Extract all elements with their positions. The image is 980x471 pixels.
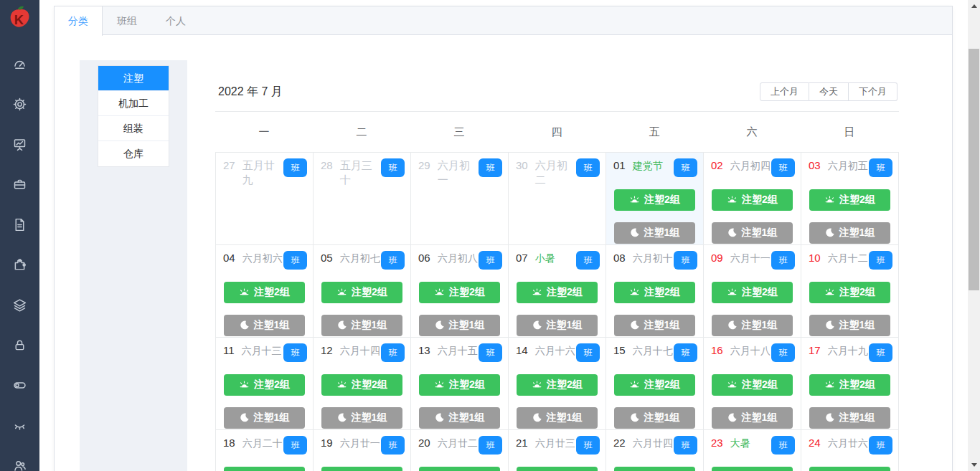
day-shift-button[interactable]: 注塑2组 [419, 282, 500, 303]
category-item[interactable]: 仓库 [98, 141, 169, 166]
day-shift-button[interactable]: 注塑2组 [419, 467, 500, 471]
workday-badge[interactable]: 班 [869, 343, 892, 362]
monitor-chart-icon[interactable] [0, 124, 39, 164]
calendar-cell[interactable]: 06六月初八班注塑2组注塑1组 [411, 245, 509, 338]
workday-badge[interactable]: 班 [479, 158, 502, 177]
calendar-cell[interactable]: 24六月廿六班注塑2组注塑1组 [801, 430, 899, 471]
day-shift-button[interactable]: 注塑2组 [614, 467, 695, 471]
night-shift-button[interactable]: 注塑1组 [321, 315, 402, 336]
calendar-cell[interactable]: 18六月二十班注塑2组注塑1组 [216, 430, 314, 471]
day-shift-button[interactable]: 注塑2组 [419, 374, 500, 396]
night-shift-button[interactable]: 注塑1组 [614, 407, 695, 429]
day-shift-button[interactable]: 注塑2组 [809, 282, 890, 303]
day-shift-button[interactable]: 注塑2组 [321, 282, 402, 303]
workday-badge[interactable]: 班 [771, 436, 795, 455]
day-shift-button[interactable]: 注塑2组 [517, 374, 598, 396]
workday-badge[interactable]: 班 [674, 158, 697, 177]
next-month-button[interactable]: 下个月 [849, 82, 897, 101]
lock-icon[interactable] [0, 325, 39, 365]
calendar-cell[interactable]: 30六月初二班 [509, 153, 606, 245]
eye-closed-icon[interactable] [0, 405, 39, 445]
users-icon[interactable] [0, 445, 39, 471]
calendar-cell[interactable]: 14六月十六班注塑2组注塑1组 [509, 338, 606, 430]
calendar-cell[interactable]: 01建党节班注塑2组注塑1组 [606, 153, 704, 245]
workday-badge[interactable]: 班 [771, 251, 795, 270]
calendar-cell[interactable]: 17六月十九班注塑2组注塑1组 [801, 338, 899, 430]
day-shift-button[interactable]: 注塑2组 [712, 374, 793, 396]
workday-badge[interactable]: 班 [771, 343, 795, 362]
workday-badge[interactable]: 班 [771, 158, 795, 177]
calendar-cell[interactable]: 23大暑班注塑2组注塑1组 [704, 430, 801, 471]
today-button[interactable]: 今天 [809, 82, 849, 101]
day-shift-button[interactable]: 注塑2组 [809, 189, 890, 211]
night-shift-button[interactable]: 注塑1组 [419, 407, 500, 429]
scrollbar-thumb[interactable] [969, 49, 979, 290]
prev-month-button[interactable]: 上个月 [760, 82, 809, 101]
calendar-cell[interactable]: 28五月三十班 [314, 153, 411, 245]
calendar-cell[interactable]: 02六月初四班注塑2组注塑1组 [704, 153, 801, 245]
calendar-cell[interactable]: 09六月十一班注塑2组注塑1组 [704, 245, 801, 338]
calendar-cell[interactable]: 08六月初十班注塑2组注塑1组 [606, 245, 704, 338]
scroll-down-arrow-icon[interactable] [968, 459, 980, 471]
workday-badge[interactable]: 班 [576, 436, 600, 455]
document-icon[interactable] [0, 204, 39, 244]
day-shift-button[interactable]: 注塑2组 [809, 374, 890, 396]
workday-badge[interactable]: 班 [674, 436, 697, 455]
calendar-cell[interactable]: 10六月十二班注塑2组注塑1组 [801, 245, 899, 338]
night-shift-button[interactable]: 注塑1组 [517, 407, 598, 429]
tab-0[interactable]: 分类 [54, 6, 103, 36]
workday-badge[interactable]: 班 [381, 436, 405, 455]
settings-icon[interactable] [0, 84, 39, 124]
workday-badge[interactable]: 班 [283, 436, 307, 455]
calendar-cell[interactable]: 13六月十五班注塑2组注塑1组 [411, 338, 509, 430]
workday-badge[interactable]: 班 [479, 343, 502, 362]
workday-badge[interactable]: 班 [869, 436, 892, 455]
calendar-cell[interactable]: 07小暑班注塑2组注塑1组 [509, 245, 606, 338]
night-shift-button[interactable]: 注塑1组 [614, 222, 695, 244]
calendar-cell[interactable]: 05六月初七班注塑2组注塑1组 [314, 245, 411, 338]
day-shift-button[interactable]: 注塑2组 [224, 374, 305, 396]
window-scrollbar[interactable] [968, 0, 980, 471]
workday-badge[interactable]: 班 [381, 158, 405, 177]
puzzle-icon[interactable] [0, 244, 39, 285]
day-shift-button[interactable]: 注塑2组 [224, 467, 305, 471]
day-shift-button[interactable]: 注塑2组 [614, 189, 695, 211]
night-shift-button[interactable]: 注塑1组 [224, 407, 305, 429]
calendar-cell[interactable]: 11六月十三班注塑2组注塑1组 [216, 338, 314, 430]
day-shift-button[interactable]: 注塑2组 [321, 374, 402, 396]
day-shift-button[interactable]: 注塑2组 [517, 282, 598, 303]
category-item[interactable]: 机加工 [98, 91, 169, 116]
workday-badge[interactable]: 班 [381, 251, 405, 270]
night-shift-button[interactable]: 注塑1组 [614, 315, 695, 336]
day-shift-button[interactable]: 注塑2组 [224, 282, 305, 303]
night-shift-button[interactable]: 注塑1组 [809, 222, 890, 244]
calendar-cell[interactable]: 21六月廿三班注塑2组注塑1组 [509, 430, 606, 471]
night-shift-button[interactable]: 注塑1组 [224, 315, 305, 336]
dashboard-icon[interactable] [0, 44, 39, 84]
toggle-icon[interactable] [0, 365, 39, 405]
category-item[interactable]: 注塑 [98, 66, 169, 91]
workday-badge[interactable]: 班 [283, 251, 307, 270]
calendar-cell[interactable]: 19六月廿一班注塑2组注塑1组 [314, 430, 411, 471]
calendar-cell[interactable]: 27五月廿九班 [216, 153, 314, 245]
workday-badge[interactable]: 班 [283, 158, 307, 177]
workday-badge[interactable]: 班 [674, 343, 697, 362]
day-shift-button[interactable]: 注塑2组 [614, 374, 695, 396]
workday-badge[interactable]: 班 [479, 251, 502, 270]
category-item[interactable]: 组装 [98, 116, 169, 141]
night-shift-button[interactable]: 注塑1组 [809, 315, 890, 336]
day-shift-button[interactable]: 注塑2组 [614, 282, 695, 303]
calendar-cell[interactable]: 03六月初五班注塑2组注塑1组 [801, 153, 899, 245]
calendar-cell[interactable]: 15六月十七班注塑2组注塑1组 [606, 338, 704, 430]
workday-badge[interactable]: 班 [381, 343, 405, 362]
calendar-cell[interactable]: 12六月十四班注塑2组注塑1组 [314, 338, 411, 430]
workday-badge[interactable]: 班 [869, 251, 892, 270]
workday-badge[interactable]: 班 [576, 251, 600, 270]
calendar-cell[interactable]: 29六月初一班 [411, 153, 509, 245]
night-shift-button[interactable]: 注塑1组 [712, 222, 793, 244]
briefcase-icon[interactable] [0, 164, 39, 204]
workday-badge[interactable]: 班 [576, 158, 600, 177]
day-shift-button[interactable]: 注塑2组 [321, 467, 402, 471]
calendar-cell[interactable]: 22六月廿四班注塑2组注塑1组 [606, 430, 704, 471]
tab-1[interactable]: 班组 [103, 6, 151, 35]
